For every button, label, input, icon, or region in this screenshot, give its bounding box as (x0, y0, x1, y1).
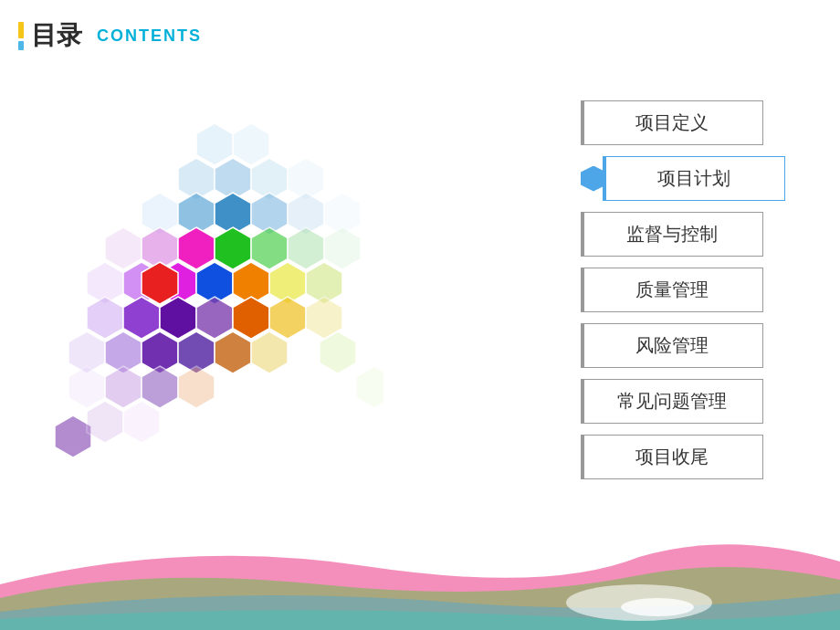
svg-marker-18 (288, 227, 324, 269)
svg-marker-40 (68, 366, 105, 408)
menu-box-3[interactable]: 监督与控制 (581, 212, 763, 257)
svg-marker-27 (87, 297, 123, 339)
menu-box-5[interactable]: 风险管理 (581, 323, 763, 368)
menu-item-4[interactable]: 质量管理 (581, 268, 785, 312)
svg-marker-13 (105, 227, 142, 269)
menu-item-6[interactable]: 常见问题管理 (581, 379, 785, 424)
svg-marker-44 (55, 415, 91, 457)
svg-marker-19 (324, 227, 361, 269)
svg-marker-16 (215, 227, 251, 269)
svg-marker-41 (105, 366, 142, 408)
menu-item-1[interactable]: 项目定义 (581, 100, 785, 145)
svg-marker-15 (178, 227, 215, 269)
header-bars-icon (18, 22, 24, 50)
menu-list: 项目定义项目计划监督与控制质量管理风险管理常见问题管理项目收尾 (581, 100, 785, 479)
svg-marker-45 (87, 401, 123, 443)
svg-marker-38 (215, 331, 251, 373)
svg-marker-46 (123, 401, 160, 443)
bar-bottom (18, 41, 24, 50)
background-waves (0, 511, 840, 630)
svg-marker-17 (251, 227, 288, 269)
menu-item-2[interactable]: 项目计划 (581, 156, 785, 201)
svg-marker-28 (123, 297, 160, 339)
svg-marker-2 (233, 123, 269, 165)
menu-item-7[interactable]: 项目收尾 (581, 435, 785, 479)
svg-marker-32 (269, 297, 306, 339)
svg-marker-1 (196, 123, 233, 165)
menu-box-7[interactable]: 项目收尾 (581, 435, 763, 479)
menu-item-3[interactable]: 监督与控制 (581, 212, 785, 257)
menu-box-6[interactable]: 常见问题管理 (581, 379, 763, 424)
menu-item-5[interactable]: 风险管理 (581, 323, 785, 368)
svg-marker-42 (142, 366, 178, 408)
svg-marker-0 (37, 82, 82, 135)
svg-marker-29 (160, 297, 196, 339)
svg-marker-48 (356, 366, 383, 408)
bar-top (18, 22, 24, 38)
honeycomb-svg (37, 82, 383, 502)
menu-box-2[interactable]: 项目计划 (603, 156, 785, 201)
svg-marker-39 (251, 331, 288, 373)
svg-marker-31 (233, 297, 269, 339)
page-header: 目录 CONTENTS (18, 18, 202, 53)
bar-1 (18, 22, 24, 50)
page-title-cn: 目录 (31, 18, 82, 53)
svg-point-52 (621, 598, 694, 616)
svg-marker-43 (178, 366, 215, 408)
honeycomb-decoration (37, 82, 402, 520)
menu-box-4[interactable]: 质量管理 (581, 268, 763, 312)
menu-box-1[interactable]: 项目定义 (581, 100, 763, 145)
page-title-en: CONTENTS (97, 26, 202, 46)
svg-marker-30 (196, 297, 233, 339)
